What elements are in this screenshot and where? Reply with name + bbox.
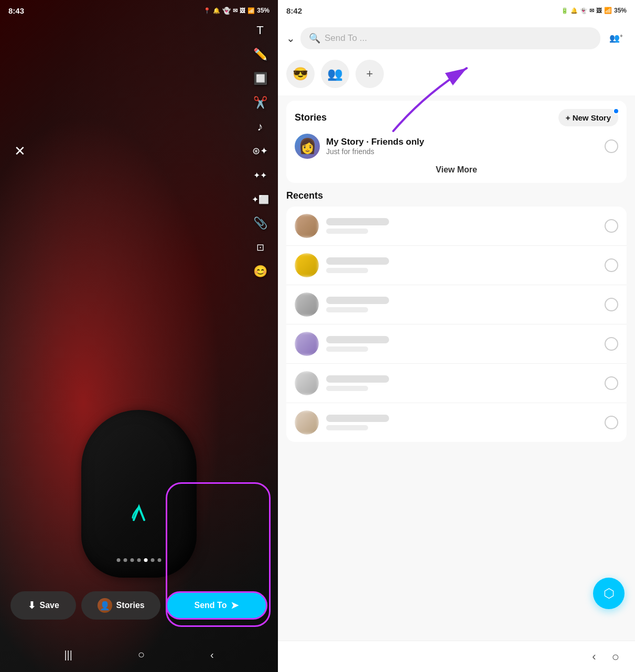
mouse-logo bbox=[118, 494, 160, 536]
recent-info-1 bbox=[326, 218, 597, 234]
send-to-button[interactable]: Send To ➤ bbox=[166, 591, 267, 620]
new-story-button[interactable]: + New Story bbox=[558, 109, 618, 126]
music-tool[interactable]: ♪ bbox=[253, 120, 267, 134]
quick-btn-add[interactable]: + bbox=[356, 60, 384, 88]
recent-sub-placeholder bbox=[326, 229, 368, 234]
recents-list bbox=[286, 207, 627, 442]
recent-avatar-4 bbox=[295, 332, 319, 356]
send-arrow-icon: ➤ bbox=[231, 600, 239, 611]
bottom-fade bbox=[278, 599, 635, 641]
friends-icon: 👥 bbox=[327, 67, 343, 81]
filter-tool[interactable]: ⊛✦ bbox=[253, 144, 267, 158]
battery-text: 35% bbox=[257, 7, 270, 14]
alarm-icon: 🔔 bbox=[213, 7, 220, 14]
recent-avatar-2 bbox=[295, 253, 319, 277]
recents-title: Recents bbox=[286, 190, 627, 201]
close-icon: ✕ bbox=[14, 143, 26, 159]
quick-btn-friends[interactable]: 👥 bbox=[321, 60, 349, 88]
recent-select-1[interactable] bbox=[605, 219, 618, 233]
new-story-label: + New Story bbox=[566, 113, 611, 122]
stories-button[interactable]: 👤 Stories bbox=[81, 591, 160, 620]
snapchat-icon: 👻 bbox=[222, 7, 231, 15]
my-story-select[interactable] bbox=[605, 139, 618, 153]
wifi-signal-right: 📶 bbox=[604, 7, 612, 14]
nav-back-icon[interactable]: ‹ bbox=[210, 649, 214, 661]
close-button[interactable]: ✕ bbox=[10, 142, 29, 160]
recent-name-placeholder bbox=[326, 415, 389, 422]
nav-menu-icon[interactable]: ||| bbox=[64, 649, 72, 661]
dot-7 bbox=[158, 558, 162, 562]
recent-item[interactable] bbox=[286, 403, 627, 442]
recent-name-placeholder bbox=[326, 218, 389, 225]
battery-icon-right: 🔋 bbox=[561, 7, 568, 14]
recent-item[interactable] bbox=[286, 285, 627, 324]
recent-select-4[interactable] bbox=[605, 337, 618, 351]
save-label: Save bbox=[40, 601, 59, 610]
recent-select-5[interactable] bbox=[605, 376, 618, 390]
text-tool[interactable]: T bbox=[253, 23, 267, 38]
mail-icon: ✉ bbox=[233, 7, 238, 14]
share-icon: ⬡ bbox=[604, 586, 615, 601]
stories-title: Stories bbox=[295, 112, 327, 123]
stories-section: Stories + New Story 👩 My Story · Friends… bbox=[286, 101, 627, 183]
recent-info-6 bbox=[326, 415, 597, 430]
image-icon: 🖼 bbox=[240, 7, 245, 14]
dot-5 bbox=[144, 558, 148, 562]
recent-item[interactable] bbox=[286, 207, 627, 246]
my-story-name: My Story · Friends only bbox=[326, 137, 598, 147]
emoji-tool[interactable]: 😊 bbox=[253, 264, 267, 279]
stories-label: Stories bbox=[116, 601, 145, 610]
chevron-down-icon[interactable]: ⌄ bbox=[286, 32, 295, 45]
recent-avatar-5 bbox=[295, 371, 319, 395]
recent-select-6[interactable] bbox=[605, 416, 618, 429]
recent-item[interactable] bbox=[286, 324, 627, 364]
search-input-wrap[interactable]: 🔍 Send To ... bbox=[300, 27, 600, 49]
scissors-tool[interactable]: ✂️ bbox=[253, 95, 267, 110]
quick-btn-sunglasses[interactable]: 😎 bbox=[286, 60, 315, 88]
recent-item[interactable] bbox=[286, 364, 627, 403]
wifi-icon: 📶 bbox=[247, 7, 255, 14]
my-story-avatar: 👩 bbox=[295, 134, 320, 159]
my-story-sub: Just for friends bbox=[326, 147, 598, 156]
view-more-button[interactable]: View More bbox=[295, 159, 618, 175]
mail-icon-right: ✉ bbox=[589, 7, 594, 14]
recent-select-2[interactable] bbox=[605, 258, 618, 272]
nav-home-icon[interactable]: ○ bbox=[138, 648, 145, 662]
pen-tool[interactable]: ✏️ bbox=[253, 47, 267, 62]
location-icon: 📍 bbox=[203, 7, 211, 14]
save-button[interactable]: ⬇ Save bbox=[10, 591, 76, 620]
dot-4 bbox=[137, 558, 141, 562]
my-story-row: 👩 My Story · Friends only Just for frien… bbox=[295, 134, 618, 159]
recent-sub-placeholder bbox=[326, 425, 368, 430]
page-indicators bbox=[117, 558, 162, 562]
recent-select-3[interactable] bbox=[605, 298, 618, 311]
nav-home-right[interactable]: ○ bbox=[612, 649, 620, 664]
recent-item[interactable] bbox=[286, 246, 627, 285]
alarm-icon-right: 🔔 bbox=[571, 7, 578, 14]
search-placeholder: Send To ... bbox=[325, 33, 367, 44]
status-icons-left: 📍 🔔 👻 ✉ 🖼 📶 35% bbox=[203, 7, 270, 15]
share-fab-button[interactable]: ⬡ bbox=[593, 578, 625, 609]
sticker-tool[interactable]: 🔲 bbox=[253, 71, 267, 86]
avatar-icon: 👤 bbox=[100, 601, 110, 611]
crop-tool[interactable]: ⊡ bbox=[253, 240, 267, 255]
right-tools: T ✏️ 🔲 ✂️ ♪ ⊛✦ ✦✦ ✦⬜ 📎 ⊡ 😊 bbox=[253, 23, 267, 279]
recent-info-2 bbox=[326, 257, 597, 273]
status-bar-right: 8:42 🔋 🔔 👻 ✉ 🖼 📶 35% bbox=[278, 0, 635, 21]
add-friends-button[interactable]: 👥+ bbox=[606, 28, 627, 49]
nav-back-right[interactable]: ‹ bbox=[592, 650, 596, 664]
quick-select-row: 😎 👥 + bbox=[278, 56, 635, 95]
search-icon: 🔍 bbox=[309, 32, 320, 44]
new-story-dot bbox=[613, 108, 619, 114]
add-friends-icon: 👥+ bbox=[609, 33, 623, 43]
avatar-emoji: 👩 bbox=[298, 139, 317, 154]
erase-tool[interactable]: ✦⬜ bbox=[253, 192, 267, 207]
status-bar-left: 8:43 📍 🔔 👻 ✉ 🖼 📶 35% bbox=[0, 0, 278, 21]
link-tool[interactable]: 📎 bbox=[253, 216, 267, 231]
recent-info-3 bbox=[326, 297, 597, 312]
stories-avatar: 👤 bbox=[98, 598, 112, 613]
sparkle-tool[interactable]: ✦✦ bbox=[253, 168, 267, 182]
battery-pct-right: 35% bbox=[614, 7, 627, 14]
dot-3 bbox=[131, 558, 134, 562]
time-right: 8:42 bbox=[286, 6, 302, 15]
